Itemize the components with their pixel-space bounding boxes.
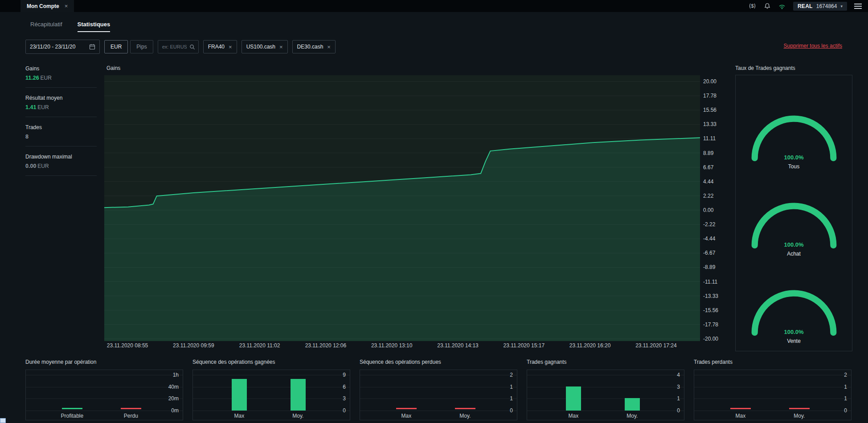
summary-drawdown: Drawdown maximal 0.00EUR (25, 154, 97, 176)
bar-max (396, 408, 417, 409)
y-axis-label: 3 (343, 395, 346, 402)
category-label: Max (551, 413, 596, 419)
notifications-bell-icon[interactable] (764, 3, 771, 10)
menu-icon[interactable] (854, 4, 862, 9)
y-axis-label: 1 (677, 395, 680, 402)
x-axis-label: 23.11.2020 13:10 (354, 342, 430, 349)
y-axis-label: 0 (510, 407, 513, 414)
bar-profitable (62, 408, 82, 409)
category-label: Moy. (777, 413, 822, 419)
chart-win-streak: Séquence des opérations gagnées 9630MaxM… (192, 359, 350, 420)
remove-asset-icon[interactable]: × (279, 44, 283, 50)
gains-area-chart (104, 75, 700, 341)
bar-max (730, 408, 751, 409)
category-label: Perdu (109, 413, 153, 419)
topbar-right-cluster: $ REAL 1674864 ▾ (748, 0, 868, 12)
chart-plot: 4310MaxMoy. (527, 370, 684, 420)
summary-value: 0.00EUR (25, 163, 97, 169)
summary-value: 8 (25, 134, 97, 140)
y-axis-label: 20.00 (703, 78, 717, 85)
chart-plot: 9630MaxMoy. (192, 370, 350, 420)
gains-x-axis: 23.11.2020 08:5523.11.2020 09:5923.11.20… (104, 342, 700, 350)
gauge-tous: 100.0% Tous (747, 110, 841, 170)
summary-value: 1.41EUR (25, 104, 97, 110)
account-tab-title: Mon Compte (27, 3, 59, 9)
chart-title: Durée moyenne par opération (25, 359, 183, 365)
remove-asset-icon[interactable]: × (327, 44, 331, 50)
summary-trades: Trades 8 (25, 124, 97, 146)
taskbar-artifact (0, 418, 6, 423)
y-axis-label: 8.89 (703, 150, 713, 156)
y-axis-label: 1 (844, 395, 847, 402)
x-axis-label: 23.11.2020 08:55 (90, 342, 165, 349)
y-axis-label: 2 (844, 372, 847, 378)
bar-moy (455, 408, 475, 409)
category-label: Max (718, 413, 763, 419)
win-rate-title: Taux de Trades gagnants (735, 65, 795, 71)
unit-toggle-group: EUR Pips (104, 40, 153, 53)
account-switcher[interactable]: REAL 1674864 ▾ (793, 2, 847, 11)
category-label: Moy. (443, 413, 487, 419)
remove-all-assets-link[interactable]: Supprimer tous les actifs (784, 43, 842, 49)
svg-text:$: $ (751, 3, 753, 8)
x-axis-label: 23.11.2020 14:13 (420, 342, 496, 349)
tab-recapitulatif[interactable]: Récapitulatif (30, 21, 62, 32)
y-axis-label: 4.44 (703, 179, 713, 185)
symbol-search[interactable] (158, 40, 199, 53)
gauge-label: Achat (747, 251, 841, 257)
y-axis-label: 20m (168, 395, 179, 402)
y-axis-label: -8.89 (703, 264, 715, 270)
x-axis-label: 23.11.2020 12:06 (288, 342, 364, 349)
y-axis-label: 2.22 (703, 193, 713, 199)
gridline (694, 375, 851, 375)
chart-title: Trades gagnants (527, 359, 684, 365)
chart-winning-trades: Trades gagnants 4310MaxMoy. (527, 359, 684, 420)
y-axis-label: -20.00 (703, 336, 718, 342)
y-axis-label: 4 (677, 372, 680, 378)
bar-max (566, 386, 581, 411)
tab-statistiques[interactable]: Statistiques (78, 21, 111, 32)
remove-asset-icon[interactable]: × (229, 44, 232, 50)
chart-title: Séquence des opérations gagnées (192, 359, 350, 365)
close-tab-icon[interactable]: × (65, 3, 68, 9)
y-axis-label: 1 (510, 395, 513, 402)
account-window-tab[interactable]: Mon Compte × (20, 0, 74, 12)
date-range-value: 23/11/20 - 23/11/20 (30, 44, 75, 50)
chart-title: Séquence des opérations perdues (360, 359, 517, 365)
top-bar: Mon Compte × $ REAL 1674864 (0, 0, 868, 12)
asset-chip-us100[interactable]: US100.cash × (242, 40, 288, 53)
gridline (527, 387, 684, 387)
bar-perdu (121, 408, 141, 409)
date-range-picker[interactable]: 23/11/20 - 23/11/20 (25, 40, 100, 54)
gauge-vente: 100.0% Vente (747, 285, 841, 344)
y-axis-label: -11.11 (703, 279, 717, 285)
summary-label: Trades (25, 124, 97, 130)
x-axis-label: 23.11.2020 16:20 (552, 342, 628, 349)
y-axis-label: 1 (510, 384, 513, 390)
y-axis-label: 3 (677, 384, 680, 390)
y-axis-label: 9 (343, 372, 346, 378)
gridline (26, 399, 183, 399)
asset-chip-de30[interactable]: DE30.cash × (292, 40, 336, 53)
chart-loss-streak: Séquence des opérations perdues 2110MaxM… (360, 359, 517, 420)
chart-plot: 2110MaxMoy. (360, 370, 517, 420)
price-alert-icon[interactable]: $ (748, 3, 757, 9)
bar-moy (625, 398, 640, 411)
symbol-search-input[interactable] (161, 44, 188, 50)
asset-chip-fra40[interactable]: FRA40 × (203, 40, 237, 53)
chart-title: Trades perdants (694, 359, 852, 365)
summary-resultat-moyen: Résultat moyen 1.41EUR (25, 95, 97, 117)
y-axis-label: 0 (844, 407, 847, 414)
gridline (360, 411, 517, 411)
unit-toggle-eur[interactable]: EUR (104, 40, 128, 53)
gridline (193, 399, 350, 399)
y-axis-label: -13.33 (703, 293, 718, 299)
gridline (360, 387, 517, 387)
gridline (26, 411, 183, 411)
category-label: Moy. (610, 413, 655, 419)
summary-label: Drawdown maximal (25, 154, 97, 160)
unit-toggle-pips[interactable]: Pips (130, 40, 153, 53)
gridline (193, 387, 350, 387)
y-axis-label: 11.11 (703, 135, 716, 142)
gridline (26, 387, 183, 387)
